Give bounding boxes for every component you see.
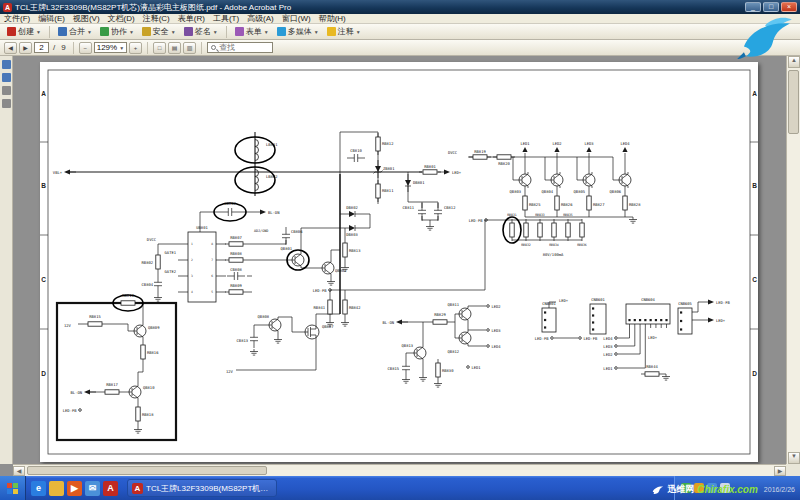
two-up-view-button[interactable]: ▥ — [183, 42, 196, 54]
cap_v-CB804: CB804 — [142, 275, 162, 293]
cap_h-CB808: CB808 — [227, 267, 245, 280]
toolbar-button-创建[interactable]: 创建▼ — [4, 25, 44, 38]
menu-item[interactable]: 编辑(E) — [34, 14, 69, 24]
svg-text:LED+: LED+ — [452, 170, 462, 175]
svg-text:QB805: QB805 — [574, 189, 585, 194]
find-input[interactable]: 查找 — [207, 42, 273, 53]
res_h-RB801: RB801 — [419, 164, 441, 174]
acrobat-icon[interactable]: A — [103, 481, 118, 496]
svg-text:LED+: LED+ — [648, 335, 658, 340]
menu-item[interactable]: 工具(T) — [209, 14, 243, 24]
toolbar-button-注释[interactable]: 注释▼ — [324, 25, 364, 38]
media-player-icon[interactable]: ▶ — [67, 481, 82, 496]
toolbar-separator — [147, 42, 148, 54]
menu-item[interactable]: 视图(V) — [69, 14, 104, 24]
comment-icon — [327, 27, 336, 36]
res_v-RB812: RB812 — [376, 133, 394, 155]
watermark-site-name: 迅维网 — [667, 483, 694, 496]
res_v-RB816: RB816 — [141, 341, 159, 363]
folder-icon[interactable] — [49, 481, 64, 496]
gnd — [434, 381, 442, 387]
npn-QB810: QB810 — [128, 384, 155, 400]
menu-item[interactable]: 注释(C) — [139, 14, 174, 24]
bookmarks-panel-icon[interactable] — [2, 73, 11, 82]
svg-text:QB802: QB802 — [335, 268, 346, 273]
res_v-RB830: RB830 — [436, 359, 454, 381]
zoom-out-button[interactable]: − — [79, 42, 92, 54]
scroll-up-button[interactable]: ▲ — [788, 56, 800, 68]
continuous-view-button[interactable]: ▤ — [168, 42, 181, 54]
svg-text:CNB605: CNB605 — [678, 301, 692, 306]
svg-text:80V/100mA: 80V/100mA — [543, 252, 564, 257]
acrobat-icon: A — [132, 483, 143, 494]
layers-panel-icon[interactable] — [2, 86, 11, 95]
vertical-scroll-thumb[interactable] — [788, 70, 799, 134]
menu-item[interactable]: 表单(R) — [174, 14, 209, 24]
single-page-view-button[interactable]: □ — [153, 42, 166, 54]
find-placeholder: 查找 — [219, 42, 235, 53]
zoom-level-select[interactable]: 129% ▼ — [94, 42, 127, 53]
zoom-in-button[interactable]: + — [129, 42, 142, 54]
toolbar-button-label: 安全 — [153, 26, 169, 37]
title-bar: A TCL王牌L32F3309B(MS82PT机芯)液晶彩电主板图纸.pdf -… — [0, 0, 800, 14]
res_v-RB825: RB825 — [523, 192, 541, 214]
toolbar-button-合并[interactable]: 合并▼ — [55, 25, 95, 38]
netarrow_l-BL-ON: BL-ON — [71, 389, 96, 394]
svg-text:7: 7 — [211, 258, 213, 262]
svg-text:12V: 12V — [64, 323, 72, 328]
close-button[interactable]: × — [781, 2, 797, 12]
attachments-panel-icon[interactable] — [2, 99, 11, 108]
page-number-input[interactable]: 2 — [34, 42, 49, 53]
menu-item[interactable]: 窗口(W) — [278, 14, 315, 24]
previous-page-button[interactable]: ◀ — [4, 42, 17, 54]
toolbar-button-多媒体[interactable]: 多媒体▼ — [274, 25, 322, 38]
res_v-RB802: RB802 — [142, 251, 161, 273]
svg-text:CB808: CB808 — [230, 267, 242, 272]
internet-explorer-icon[interactable]: e — [31, 481, 46, 496]
menu-item[interactable]: 文件(F) — [0, 14, 34, 24]
diode_h-DB803: DB803 — [343, 225, 361, 237]
toolbar-button-安全[interactable]: 安全▼ — [139, 25, 179, 38]
svg-text:LED-FB: LED-FB — [469, 218, 483, 223]
menu-item[interactable]: 帮助(H) — [315, 14, 350, 24]
horizontal-scrollbar[interactable]: ◀ ▶ — [13, 464, 786, 476]
vertical-scrollbar[interactable]: ▲ ▼ — [786, 56, 800, 464]
menu-item[interactable]: 文档(D) — [104, 14, 139, 24]
svg-text:LED2: LED2 — [603, 352, 612, 357]
netarrow_r-BL-ON: BL-ON — [254, 209, 280, 214]
coil-LB802: LB802 — [255, 170, 277, 191]
toolbar-button-签名[interactable]: 签名▼ — [181, 25, 221, 38]
scrollbar-corner — [786, 464, 800, 476]
mail-icon[interactable]: ✉ — [85, 481, 100, 496]
netlabel_e-LED-FB: LED-FB — [313, 288, 332, 293]
svg-text:DB802: DB802 — [346, 205, 357, 210]
chirafix-watermark: 迅维网 Chirafix.com 2016/2/26 — [651, 483, 795, 496]
svg-text:QB809: QB809 — [148, 325, 160, 330]
taskbar-button-acrobat[interactable]: A TCL王牌L32F3309B(MS82PT机芯)液晶彩电主板图纸.pdf -… — [127, 479, 277, 497]
toolbar-button-表单[interactable]: 表单▼ — [232, 25, 272, 38]
horizontal-scroll-thumb[interactable] — [27, 466, 267, 475]
scroll-down-button[interactable]: ▼ — [788, 452, 800, 464]
menu-item[interactable]: 高级(A) — [243, 14, 278, 24]
svg-text:RB828: RB828 — [629, 202, 641, 207]
svg-text:RB815: RB815 — [89, 314, 100, 319]
text-DVCC: DVCC — [448, 150, 457, 155]
chevron-down-icon: ▼ — [87, 29, 92, 35]
toolbar-button-协作[interactable]: 协作▼ — [97, 25, 137, 38]
start-button[interactable] — [0, 476, 26, 500]
svg-text:QB808: QB808 — [258, 314, 270, 319]
scroll-right-button[interactable]: ▶ — [774, 466, 786, 476]
pages-panel-icon[interactable] — [2, 60, 11, 69]
svg-text:LED4: LED4 — [492, 344, 502, 349]
chevron-down-icon: ▼ — [36, 29, 41, 35]
minimize-button[interactable]: _ — [745, 2, 761, 12]
taskbar-button-label: TCL王牌L32F3309B(MS82PT机芯)液晶彩电主板图纸.pdf - A… — [146, 483, 272, 494]
svg-text:VBL+: VBL+ — [53, 170, 63, 175]
next-page-button[interactable]: ▶ — [19, 42, 32, 54]
svg-text:1: 1 — [191, 242, 193, 246]
svg-text:CB806: CB806 — [291, 229, 303, 234]
maximize-button[interactable]: □ — [763, 2, 779, 12]
scroll-left-button[interactable]: ◀ — [13, 466, 25, 476]
npn-QB808: QB808 — [258, 314, 281, 333]
svg-text:RB818: RB818 — [142, 412, 154, 417]
